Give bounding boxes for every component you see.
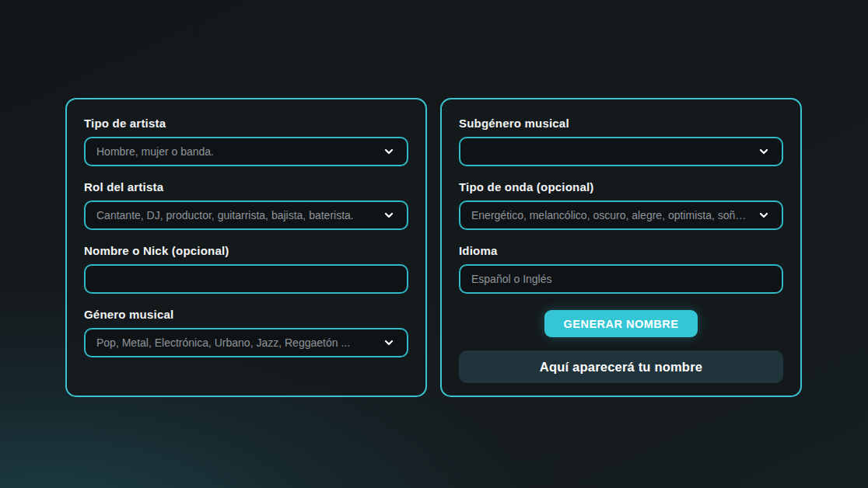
field-group-language: Idioma	[459, 244, 783, 294]
music-subgenre-label: Subgénero musical	[459, 117, 783, 130]
artist-role-select[interactable]: Cantante, DJ, productor, guitarrista, ba…	[84, 200, 408, 230]
field-group-name-nick: Nombre o Nick (opcional)	[84, 244, 408, 294]
artist-type-label: Tipo de artista	[84, 117, 408, 130]
artist-role-label: Rol del artista	[84, 180, 408, 193]
generated-name-result: Aquí aparecerá tu nombre	[459, 350, 783, 383]
chevron-down-icon	[382, 336, 396, 350]
field-group-vibe-type: Tipo de onda (opcional) Energético, mela…	[459, 180, 783, 230]
vibe-type-placeholder: Energético, melancólico, oscuro, alegre,…	[471, 209, 751, 221]
language-label: Idioma	[459, 244, 783, 257]
artist-type-placeholder: Hombre, mujer o banda.	[96, 145, 376, 158]
name-nick-input[interactable]	[84, 264, 408, 294]
field-group-artist-role: Rol del artista Cantante, DJ, productor,…	[84, 180, 408, 230]
chevron-down-icon	[757, 208, 771, 222]
field-group-music-genre: Género musical Pop, Metal, Electrónica, …	[84, 308, 408, 357]
generation-options-card: Subgénero musical Tipo de onda (opcional…	[440, 98, 802, 397]
artist-name-generator-page: Tipo de artista Hombre, mujer o banda. R…	[0, 0, 868, 488]
music-genre-placeholder: Pop, Metal, Electrónica, Urbano, Jazz, R…	[96, 336, 376, 349]
artist-details-card: Tipo de artista Hombre, mujer o banda. R…	[65, 98, 427, 397]
name-nick-label: Nombre o Nick (opcional)	[84, 244, 408, 257]
music-genre-select[interactable]: Pop, Metal, Electrónica, Urbano, Jazz, R…	[84, 328, 408, 357]
chevron-down-icon	[757, 145, 771, 159]
chevron-down-icon	[382, 145, 396, 159]
generate-name-button[interactable]: GENERAR NOMBRE	[544, 310, 698, 337]
field-group-artist-type: Tipo de artista Hombre, mujer o banda.	[84, 117, 408, 166]
field-group-music-subgenre: Subgénero musical	[459, 117, 783, 166]
artist-role-placeholder: Cantante, DJ, productor, guitarrista, ba…	[96, 209, 376, 221]
generate-button-row: GENERAR NOMBRE	[459, 310, 783, 337]
chevron-down-icon	[382, 208, 396, 222]
music-subgenre-select[interactable]	[459, 137, 783, 166]
language-input[interactable]	[459, 264, 783, 294]
artist-type-select[interactable]: Hombre, mujer o banda.	[84, 137, 408, 166]
vibe-type-label: Tipo de onda (opcional)	[459, 180, 783, 193]
music-genre-label: Género musical	[84, 308, 408, 321]
vibe-type-select[interactable]: Energético, melancólico, oscuro, alegre,…	[459, 200, 783, 230]
